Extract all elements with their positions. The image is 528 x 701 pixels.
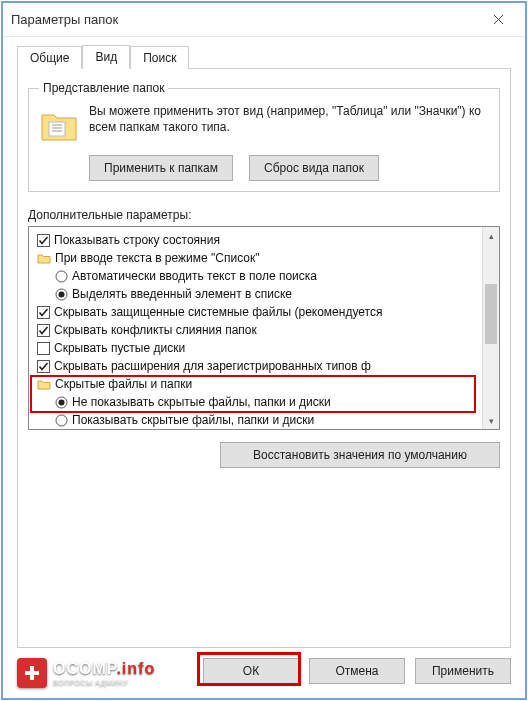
radio-icon [55, 288, 68, 301]
close-button[interactable] [479, 6, 517, 34]
tree-scrollbar[interactable]: ▴ ▾ [482, 227, 499, 429]
tree-item-label: Скрытые файлы и папки [55, 377, 192, 391]
tree-item[interactable]: Скрывать пустые диски [31, 339, 480, 357]
tree-item[interactable]: Скрывать конфликты слияния папок [31, 321, 480, 339]
tab-strip: Общие Вид Поиск [17, 43, 511, 69]
tree-item[interactable]: Выделять введенный элемент в списке [31, 285, 480, 303]
tree-item-label: Выделять введенный элемент в списке [72, 287, 292, 301]
reset-folders-button[interactable]: Сброс вида папок [249, 155, 379, 181]
tree-item-label: Скрывать пустые диски [54, 341, 185, 355]
tree-item[interactable]: Скрывать расширения для зарегистрированн… [31, 357, 480, 375]
svg-point-14 [56, 415, 67, 426]
tree-item[interactable]: Не показывать скрытые файлы, папки и дис… [31, 393, 480, 411]
svg-rect-16 [25, 671, 39, 675]
svg-point-7 [59, 291, 65, 297]
radio-icon [55, 414, 68, 427]
tree-item[interactable]: Скрывать защищенные системные файлы (рек… [31, 303, 480, 321]
tab-general[interactable]: Общие [17, 46, 82, 69]
svg-rect-10 [38, 342, 50, 354]
radio-icon [55, 396, 68, 409]
tree-item-label: Скрывать защищенные системные файлы (рек… [54, 305, 382, 319]
tree-item[interactable]: Автоматически вводить текст в поле поиск… [31, 267, 480, 285]
tree-item-label: Скрывать конфликты слияния папок [54, 323, 257, 337]
scroll-down-icon[interactable]: ▾ [483, 412, 499, 429]
tree-item-label: Не показывать скрытые файлы, папки и дис… [72, 395, 331, 409]
apply-to-folders-button[interactable]: Применить к папкам [89, 155, 233, 181]
ok-button[interactable]: ОК [203, 658, 299, 684]
tree-item[interactable]: При вводе текста в режиме "Список" [31, 249, 480, 267]
folder-views-text: Вы можете применить этот вид (например, … [89, 103, 489, 135]
tab-search[interactable]: Поиск [130, 46, 189, 69]
tree-item[interactable]: Показывать строку состояния [31, 231, 480, 249]
tree-item[interactable]: Скрытые файлы и папки [31, 375, 480, 393]
svg-point-5 [56, 271, 67, 282]
apply-button[interactable]: Применить [415, 658, 511, 684]
checkbox-icon [37, 306, 50, 319]
tree-item[interactable]: Показывать скрытые файлы, папки и диски [31, 411, 480, 429]
cancel-button[interactable]: Отмена [309, 658, 405, 684]
tree-item-label: Автоматически вводить текст в поле поиск… [72, 269, 317, 283]
watermark-brand: OCOMP.info [53, 661, 155, 677]
advanced-settings-tree[interactable]: Показывать строку состоянияПри вводе тек… [28, 226, 500, 430]
restore-defaults-button[interactable]: Восстановить значения по умолчанию [220, 442, 500, 468]
tree-item-label: При вводе текста в режиме "Список" [55, 251, 260, 265]
plus-icon [17, 658, 47, 688]
watermark-overlay: OCOMP.info ВОПРОСЫ АДМИНУ [17, 658, 155, 688]
svg-point-13 [59, 399, 65, 405]
scroll-up-icon[interactable]: ▴ [483, 227, 499, 244]
checkbox-icon [37, 234, 50, 247]
titlebar: Параметры папок [3, 3, 525, 37]
folder-icon [37, 251, 51, 265]
folder-views-group: Представление папок Вы можете применить … [28, 81, 500, 192]
folder-icon [37, 377, 51, 391]
window-title: Параметры папок [11, 12, 479, 27]
tree-item-label: Показывать скрытые файлы, папки и диски [72, 413, 314, 427]
checkbox-icon [37, 342, 50, 355]
advanced-settings-label: Дополнительные параметры: [28, 208, 500, 222]
tab-view[interactable]: Вид [82, 45, 130, 69]
tree-item-label: Показывать строку состояния [54, 233, 220, 247]
svg-rect-0 [49, 122, 65, 136]
folder-views-legend: Представление папок [39, 81, 168, 95]
tab-panel-view: Представление папок Вы можете применить … [17, 68, 511, 648]
checkbox-icon [37, 360, 50, 373]
checkbox-icon [37, 324, 50, 337]
tree-item-label: Скрывать расширения для зарегистрированн… [54, 359, 371, 373]
scroll-thumb[interactable] [485, 284, 497, 344]
watermark-subtitle: ВОПРОСЫ АДМИНУ [53, 679, 155, 686]
folder-icon [39, 105, 79, 145]
close-icon [493, 12, 504, 28]
radio-icon [55, 270, 68, 283]
